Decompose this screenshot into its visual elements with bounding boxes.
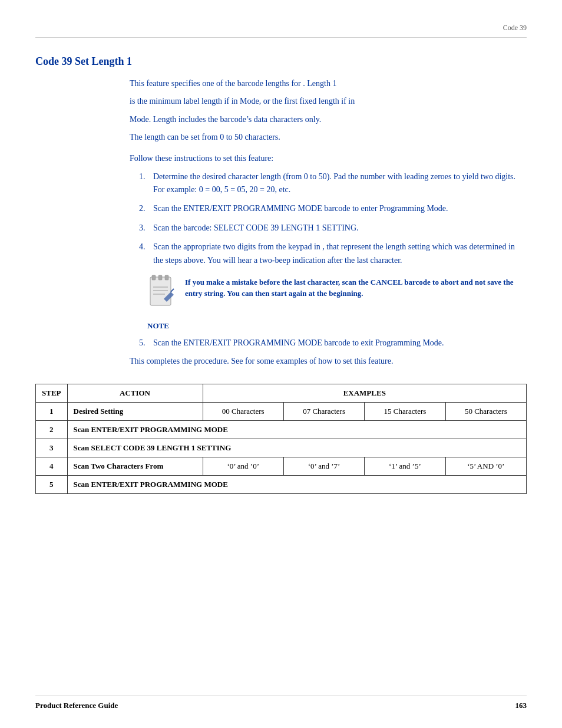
row-5-action: Scan ENTER/EXIT PROGRAMMING MODE — [67, 476, 526, 494]
row-4-ex-3: ‘1’ and ’5’ — [365, 457, 445, 476]
row-4-ex-2: ‘0’ and ’7’ — [283, 457, 364, 476]
col-action-header: ACTION — [67, 384, 203, 403]
footer-right: 163 — [515, 701, 527, 710]
row-2-step: 2 — [36, 421, 68, 439]
step-2: Scan the ENTER/EXIT PROGRAMMING MODE bar… — [147, 202, 527, 215]
svg-line-8 — [171, 289, 174, 292]
note-box: If you make a mistake before the last ch… — [147, 274, 527, 312]
row-4-action: Scan Two Characters From — [67, 457, 203, 476]
step-3: Scan the barcode: SELECT CODE 39 LENGTH … — [147, 222, 527, 235]
table-row-2: 2 Scan ENTER/EXIT PROGRAMMING MODE — [36, 421, 527, 439]
row-1-ex-2: 07 Characters — [283, 403, 364, 421]
desc-line3: Mode. Length includes the barcode’s data… — [130, 113, 527, 126]
row-1-action: Desired Setting — [67, 403, 203, 421]
row-1-ex-1: 00 Characters — [203, 403, 283, 421]
svg-rect-3 — [165, 275, 168, 280]
completion-text: This completes the procedure. See for so… — [130, 357, 527, 366]
data-table: STEP ACTION EXAMPLES 1 Desired Setting 0… — [35, 384, 527, 494]
col-examples-header: EXAMPLES — [203, 384, 526, 403]
header-text: Code 39 — [503, 24, 527, 32]
row-1-ex-3: 15 Characters — [365, 403, 445, 421]
instructions-lead: Follow these instructions to set this fe… — [130, 154, 527, 163]
section-title: Code 39 Set Length 1 — [35, 55, 527, 68]
steps-list: Determine the desired character length (… — [147, 170, 527, 267]
row-3-step: 3 — [36, 439, 68, 457]
table-row-5: 5 Scan ENTER/EXIT PROGRAMMING MODE — [36, 476, 527, 494]
row-1-ex-4: 50 Characters — [445, 403, 526, 421]
row-3-action: Scan SELECT CODE 39 LENGTH 1 SETTING — [67, 439, 526, 457]
step-4: Scan the appropriate two digits from the… — [147, 241, 527, 267]
table-row-3: 3 Scan SELECT CODE 39 LENGTH 1 SETTING — [36, 439, 527, 457]
note-label: NOTE — [147, 321, 527, 331]
svg-rect-2 — [158, 275, 162, 280]
step-1: Determine the desired character length (… — [147, 170, 527, 197]
footer-left: Product Reference Guide — [35, 701, 118, 710]
step-5: Scan the ENTER/EXIT PROGRAMMING MODE bar… — [147, 337, 527, 350]
step-5-list: Scan the ENTER/EXIT PROGRAMMING MODE bar… — [147, 337, 527, 350]
svg-rect-0 — [150, 277, 171, 305]
row-2-action: Scan ENTER/EXIT PROGRAMMING MODE — [67, 421, 526, 439]
col-step-header: STEP — [36, 384, 68, 403]
page: Code 39 Code 39 Set Length 1 This featur… — [0, 0, 562, 728]
desc-line4: The length can be set from 0 to 50 chara… — [130, 131, 527, 144]
row-5-step: 5 — [36, 476, 68, 494]
row-1-step: 1 — [36, 403, 68, 421]
row-4-step: 4 — [36, 457, 68, 476]
page-header: Code 39 — [35, 24, 527, 38]
desc-line2: is the minimum label length if in Mode, … — [130, 95, 527, 108]
note-icon — [147, 274, 177, 312]
note-text: If you make a mistake before the last ch… — [185, 274, 527, 299]
page-footer: Product Reference Guide 163 — [35, 696, 527, 710]
row-4-ex-4: ‘5’ AND ’0’ — [445, 457, 526, 476]
description-block: This feature specifies one of the barcod… — [130, 77, 527, 144]
row-4-ex-1: ‘0’ and ’0’ — [203, 457, 283, 476]
table-row-4: 4 Scan Two Characters From ‘0’ and ’0’ ‘… — [36, 457, 527, 476]
svg-rect-1 — [152, 275, 156, 280]
desc-line1: This feature specifies one of the barcod… — [130, 77, 527, 90]
